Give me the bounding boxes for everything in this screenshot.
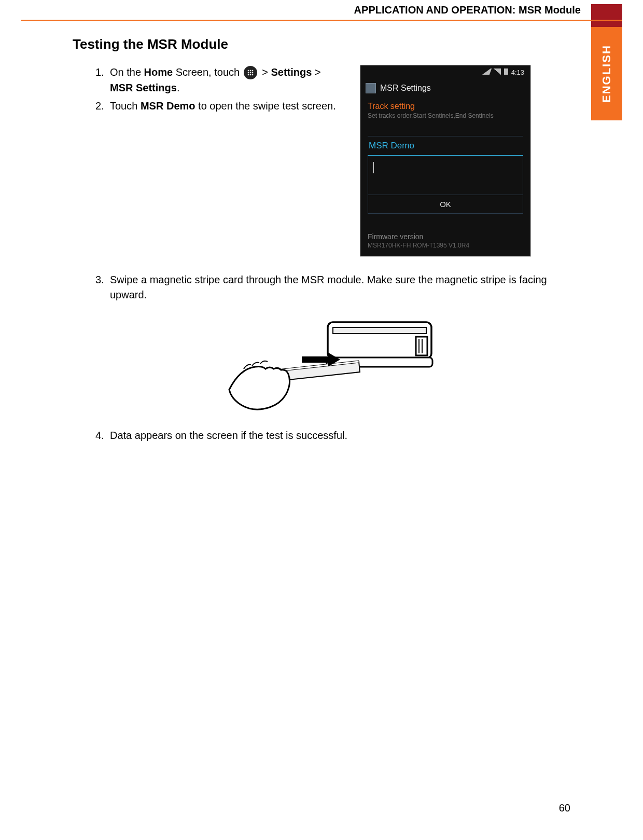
step-1-settings: Settings <box>271 66 312 78</box>
step-3-number: 3. <box>95 272 104 287</box>
phone-time: 4:13 <box>511 68 524 79</box>
step-1-home: Home <box>144 66 173 78</box>
header-title: APPLICATION AND OPERATION: MSR Module <box>354 4 581 16</box>
svg-rect-2 <box>333 327 426 334</box>
phone-action-bar: MSR Settings <box>366 80 525 97</box>
language-tab: ENGLISH <box>591 27 622 120</box>
wifi-icon <box>482 68 492 75</box>
track-setting-heading[interactable]: Track setting <box>368 102 523 111</box>
step-1-gt2: > <box>312 66 320 78</box>
phone-status-bar: 4:13 <box>367 68 524 79</box>
section-title: Testing the MSR Module <box>73 36 570 52</box>
step-1-msr-settings: MSR Settings <box>110 82 177 93</box>
phone-title: MSR Settings <box>380 84 431 93</box>
step-1-text-b: Screen, touch <box>173 66 243 78</box>
step-2-msr-demo: MSR Demo <box>141 100 195 112</box>
firmware-value: MSR170HK-FH ROM-T1395 V1.0R4 <box>368 242 523 249</box>
header-rule <box>21 20 622 21</box>
step-2-text-a: Touch <box>110 100 141 112</box>
step-4-text: Data appears on the screen if the test i… <box>110 430 347 441</box>
step-2-number: 2. <box>95 99 104 114</box>
step-3: 3. Swipe a magnetic stripe card through … <box>95 272 570 302</box>
step-2-text-b: to open the swipe test screen. <box>195 100 336 112</box>
step-1-end: . <box>177 82 180 93</box>
step-1-text-a: On the <box>110 66 144 78</box>
step-4-number: 4. <box>95 428 104 443</box>
text-cursor <box>373 162 374 173</box>
msr-demo-output[interactable]: OK <box>368 156 523 214</box>
step-1: 1. On the Home Screen, touch > Settings … <box>95 65 344 95</box>
battery-icon <box>504 68 508 75</box>
swipe-card-figure <box>224 312 442 416</box>
signal-icon <box>494 68 501 75</box>
track-setting-sub: Set tracks order,Start Sentinels,End Sen… <box>368 112 523 119</box>
step-2: 2. Touch MSR Demo to open the swipe test… <box>95 99 344 114</box>
ok-button[interactable]: OK <box>368 195 523 213</box>
step-1-number: 1. <box>95 65 104 80</box>
firmware-heading: Firmware version <box>368 232 523 241</box>
apps-icon <box>244 66 257 79</box>
step-3-text: Swipe a magnetic stripe card through the… <box>110 274 547 300</box>
page-number: 60 <box>559 802 570 814</box>
phone-screenshot: 4:13 MSR Settings Track setting Set trac… <box>360 65 531 257</box>
step-4: 4. Data appears on the screen if the tes… <box>95 428 570 443</box>
msr-app-icon <box>366 83 376 93</box>
msr-demo-item[interactable]: MSR Demo <box>368 136 523 156</box>
step-1-gt1: > <box>259 66 271 78</box>
